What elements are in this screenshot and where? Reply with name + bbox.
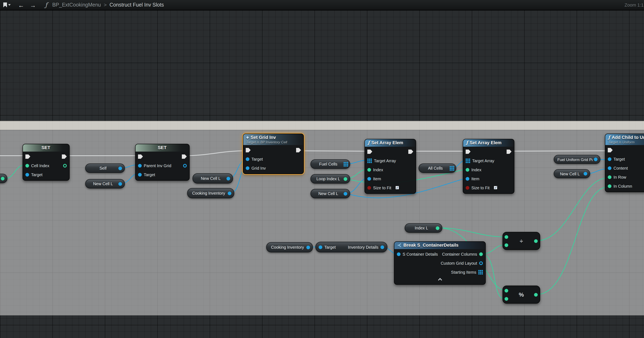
exec-out-pin[interactable] — [506, 149, 512, 154]
pill-cooking-inventory-2[interactable]: Cooking Inventory — [266, 242, 313, 252]
pill-cooking-inventory-selected[interactable]: Cooking Inventory — [187, 188, 234, 198]
int-out-pin[interactable] — [63, 164, 67, 167]
pill-fuel-uniform-grid-panl[interactable]: Fuel Uniform Grid Panl — [554, 155, 600, 164]
object-pin[interactable] — [594, 158, 598, 161]
object-pin[interactable] — [138, 164, 142, 167]
array-out-pin[interactable] — [478, 270, 483, 274]
node-subtitle: Target is Uniform — [608, 140, 644, 144]
pill-self[interactable]: Self — [85, 163, 125, 173]
bookmark-icon — [3, 3, 7, 7]
object-pin[interactable] — [228, 191, 232, 195]
object-pin[interactable] — [608, 166, 612, 170]
object-pin[interactable] — [608, 157, 612, 161]
node-modulo[interactable]: % — [502, 285, 540, 303]
node-subtitle: Target is BP Inventory Cell — [246, 140, 300, 144]
forward-button[interactable]: → — [30, 2, 36, 8]
node-header: SET — [136, 144, 189, 152]
int-out-pin[interactable] — [479, 252, 483, 256]
size-to-fit-checkbox[interactable]: ✓ — [396, 186, 400, 190]
int-pin[interactable] — [608, 175, 612, 179]
exec-in-pin[interactable] — [367, 149, 372, 154]
pill-new-cell-l-selected[interactable]: New Cell L — [192, 173, 233, 184]
exec-out-pin[interactable] — [62, 154, 67, 159]
object-pin[interactable] — [466, 177, 469, 180]
array-pin[interactable] — [450, 166, 454, 170]
break-struct-icon — [397, 243, 402, 247]
node-header: ƒ Set Array Elem — [365, 139, 416, 147]
int-pin[interactable] — [608, 184, 612, 188]
object-pin[interactable] — [118, 166, 122, 170]
node-set-parent-inv-grid[interactable]: SET Parent Inv Grid Target — [135, 144, 190, 181]
node-get-inventory-details[interactable]: Target Inventory Details — [315, 242, 388, 252]
int-out-pin[interactable] — [534, 293, 538, 297]
object-out-pin[interactable] — [380, 245, 384, 249]
node-set-grid-inv[interactable]: ◆ Set Grid Inv Target is BP Inventory Ce… — [243, 134, 304, 174]
bool-pin[interactable] — [367, 186, 371, 189]
node-header: Break S_ContainerDetails — [394, 242, 485, 249]
back-button[interactable]: ← — [18, 2, 24, 8]
object-pin[interactable] — [306, 245, 310, 249]
comment-header[interactable] — [0, 121, 644, 130]
exec-in-pin[interactable] — [26, 154, 30, 159]
node-header: ◆ Set Grid Inv Target is BP Inventory Ce… — [243, 134, 304, 145]
pill-index-l[interactable]: Index L — [404, 223, 442, 233]
object-out-pin[interactable] — [183, 164, 187, 167]
exec-in-pin[interactable] — [608, 148, 613, 152]
object-out-pin[interactable] — [479, 261, 483, 265]
exec-out-pin[interactable] — [182, 154, 187, 159]
int-pin[interactable] — [1, 177, 4, 180]
object-pin[interactable] — [246, 166, 250, 170]
array-pin[interactable] — [466, 158, 470, 163]
node-add-child-to-uniform-grid[interactable]: ƒ Add Child to Un Target is Uniform Targ… — [605, 134, 644, 192]
collapse-chevron-up-icon[interactable] — [438, 278, 442, 282]
object-pin[interactable] — [118, 182, 122, 186]
blueprint-editor: ← → ƒ BP_ExtCookingMenu > Construct Fuel… — [0, 0, 644, 338]
node-break-s-containerdetails[interactable]: Break S_ContainerDetails S Container Det… — [394, 241, 486, 285]
array-pin[interactable] — [367, 158, 372, 163]
int-pin[interactable] — [344, 177, 347, 181]
int-pin[interactable] — [367, 168, 371, 171]
object-pin[interactable] — [138, 173, 142, 176]
object-pin[interactable] — [226, 177, 230, 180]
object-pin[interactable] — [367, 177, 371, 180]
pill-new-cell-l-2[interactable]: New Cell L — [310, 189, 350, 198]
int-pin[interactable] — [26, 164, 29, 167]
pill-all-cells[interactable]: All Cells — [418, 163, 456, 173]
exec-in-pin[interactable] — [138, 154, 143, 159]
pill-new-cell-l[interactable]: New Cell L — [85, 179, 125, 188]
array-pin[interactable] — [344, 162, 348, 166]
pill-loop-index-l[interactable]: Loop Index L — [310, 174, 350, 184]
function-icon: ƒ — [45, 1, 47, 9]
object-pin[interactable] — [318, 245, 322, 249]
int-out-pin[interactable] — [534, 239, 538, 243]
node-set-array-elem-2[interactable]: ƒ Set Array Elem Target Array Index Item — [463, 139, 514, 194]
exec-out-pin[interactable] — [296, 148, 301, 152]
function-icon: ƒ — [608, 135, 610, 140]
node-set-cell-index[interactable]: SET Cell Index Target — [22, 144, 70, 181]
breadcrumb-blueprint[interactable]: BP_ExtCookingMenu — [52, 2, 101, 8]
object-pin[interactable] — [344, 192, 347, 195]
node-set-array-elem-1[interactable]: ƒ Set Array Elem Target Array Index Item — [364, 139, 416, 194]
node-divide[interactable]: ÷ — [502, 232, 540, 250]
size-to-fit-checkbox[interactable]: ✓ — [494, 186, 498, 190]
zoom-level: Zoom 1:1 — [624, 3, 644, 7]
object-pin[interactable] — [26, 173, 29, 176]
node-header: ƒ Add Child to Un Target is Uniform — [605, 134, 644, 145]
bookmark-button[interactable] — [3, 3, 11, 7]
object-pin[interactable] — [246, 157, 250, 161]
int-pin[interactable] — [466, 168, 469, 171]
chevron-down-icon — [8, 4, 11, 6]
graph-toolbar: ← → ƒ BP_ExtCookingMenu > Construct Fuel… — [0, 0, 644, 10]
object-pin[interactable] — [584, 172, 587, 176]
bool-pin[interactable] — [466, 186, 469, 189]
breadcrumb-function[interactable]: Construct Fuel Inv Slots — [110, 2, 164, 8]
int-pin[interactable] — [436, 226, 440, 230]
pill-new-cell-l-3[interactable]: New Cell L — [554, 169, 590, 178]
function-icon: ƒ — [368, 140, 370, 145]
struct-pin[interactable] — [397, 252, 400, 256]
pill-fuel-cells[interactable]: Fuel Cells — [310, 159, 350, 169]
breadcrumb-separator: > — [104, 2, 107, 8]
exec-out-pin[interactable] — [408, 149, 413, 154]
exec-in-pin[interactable] — [246, 148, 251, 152]
exec-in-pin[interactable] — [466, 149, 470, 154]
